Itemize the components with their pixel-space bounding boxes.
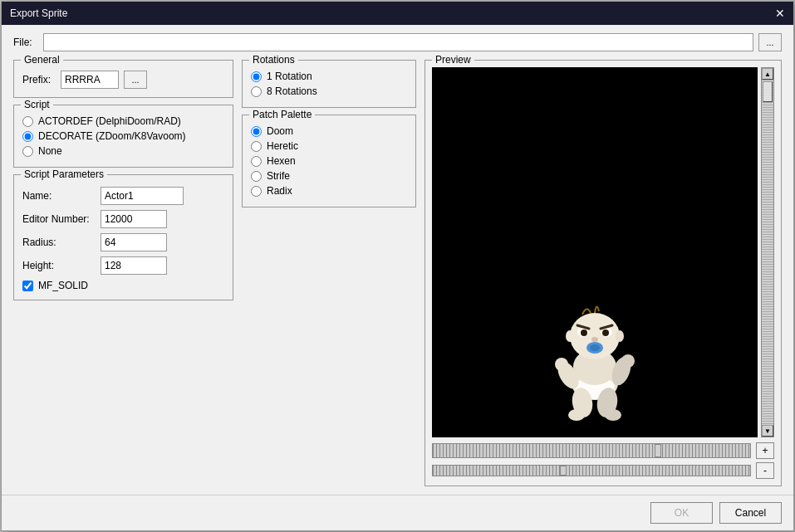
scroll-track-v [762, 80, 773, 425]
title-bar: Export Sprite ✕ [2, 2, 793, 25]
rotation-option-0: 1 Rotation [251, 71, 407, 82]
svg-point-4 [568, 409, 585, 421]
prefix-input[interactable] [61, 71, 119, 89]
svg-point-5 [605, 409, 621, 421]
palette-option-3: Strife [251, 170, 407, 182]
height-input[interactable] [101, 256, 167, 275]
preview-controls: + - [432, 442, 774, 479]
svg-point-9 [555, 358, 568, 371]
rotation-label-0[interactable]: 1 Rotation [267, 71, 312, 82]
name-row: Name: [22, 187, 224, 205]
script-params-title: Script Parameters [21, 168, 107, 180]
script-option-1: DECORATE (ZDoom/K8Vavoom) [22, 130, 224, 142]
ok-button[interactable]: OK [650, 502, 713, 524]
mf-solid-label[interactable]: MF_SOLID [38, 280, 88, 291]
dialog-title: Export Sprite [10, 7, 67, 19]
palette-label-2[interactable]: Hexen [267, 155, 296, 167]
palette-label-3[interactable]: Strife [267, 170, 290, 182]
name-input[interactable] [101, 187, 184, 205]
script-label-1[interactable]: DECORATE (ZDoom/K8Vavoom) [38, 130, 186, 142]
name-label: Name: [22, 190, 97, 202]
prefix-browse-button[interactable]: ... [124, 71, 147, 89]
scroll-thumb-v[interactable] [763, 81, 773, 102]
radius-input[interactable] [101, 233, 167, 251]
svg-point-16 [602, 329, 609, 336]
dialog-footer: OK Cancel [2, 495, 793, 530]
rotations-group: Rotations 1 Rotation 8 Rotations [242, 60, 416, 108]
file-row: File: ... [13, 33, 782, 51]
script-label-0[interactable]: ACTORDEF (DelphiDoom/RAD) [38, 115, 181, 127]
slider-row-2: - [432, 462, 774, 479]
palette-label-1[interactable]: Heretic [267, 140, 298, 152]
height-row: Height: [22, 256, 224, 275]
rotation-radio-1[interactable] [251, 86, 262, 97]
palette-radio-2[interactable] [251, 156, 262, 167]
close-button[interactable]: ✕ [775, 7, 785, 19]
preview-title: Preview [432, 54, 474, 66]
cancel-button[interactable]: Cancel [719, 502, 782, 524]
plus-minus-1: + [756, 442, 774, 459]
patch-palette-title: Patch Palette [249, 109, 315, 120]
mf-solid-row: MF_SOLID [22, 280, 224, 291]
palette-radio-0[interactable] [251, 126, 262, 137]
general-group: General Prefix: ... [13, 60, 233, 98]
script-params-group: Script Parameters Name: Editor Number: R… [13, 174, 233, 300]
right-column: Preview [424, 60, 782, 486]
svg-point-10 [621, 354, 635, 368]
palette-radio-1[interactable] [251, 141, 262, 152]
slider-thumb-1[interactable] [655, 444, 661, 457]
file-label: File: [13, 37, 38, 48]
export-sprite-dialog: Export Sprite ✕ File: ... General Prefix… [1, 1, 794, 531]
radius-row: Radius: [22, 233, 224, 251]
svg-point-19 [591, 337, 598, 342]
script-option-2: None [22, 145, 224, 157]
rotation-option-1: 8 Rotations [251, 85, 407, 97]
palette-label-0[interactable]: Doom [267, 125, 293, 137]
svg-point-23 [616, 330, 624, 342]
palette-radio-4[interactable] [251, 186, 262, 197]
script-title: Script [21, 99, 53, 110]
prefix-row: Prefix: ... [22, 71, 224, 89]
scroll-down-button[interactable]: ▼ [762, 425, 773, 437]
mf-solid-checkbox[interactable] [22, 281, 33, 291]
height-label: Height: [22, 260, 97, 271]
script-radio-1[interactable] [22, 131, 33, 142]
plus-minus-2: - [756, 462, 774, 479]
middle-column: Rotations 1 Rotation 8 Rotations Patch P… [242, 60, 416, 486]
editor-number-input[interactable] [101, 210, 167, 228]
scroll-up-button[interactable]: ▲ [762, 68, 773, 80]
minus-button-2[interactable]: - [756, 462, 774, 479]
rotation-radio-0[interactable] [251, 71, 262, 82]
plus-button-1[interactable]: + [756, 442, 774, 459]
palette-option-1: Heretic [251, 140, 407, 152]
main-row: General Prefix: ... Script ACTORDEF (Del… [13, 60, 782, 486]
palette-radio-3[interactable] [251, 171, 262, 182]
preview-inner: ▲ ▼ [432, 67, 774, 437]
general-title: General [21, 54, 63, 66]
script-radio-2[interactable] [22, 146, 33, 157]
svg-point-21 [590, 344, 600, 351]
rotation-label-1[interactable]: 8 Rotations [267, 85, 317, 97]
script-group: Script ACTORDEF (DelphiDoom/RAD) DECORAT… [13, 105, 233, 168]
palette-option-0: Doom [251, 125, 407, 137]
file-input[interactable] [43, 33, 753, 51]
editor-number-row: Editor Number: [22, 210, 224, 228]
slider-track-2[interactable] [432, 465, 751, 476]
patch-palette-group: Patch Palette Doom Heretic Hexen [242, 115, 416, 207]
dialog-content: File: ... General Prefix: ... [2, 25, 793, 495]
preview-scrollbar-v[interactable]: ▲ ▼ [761, 67, 774, 437]
left-column: General Prefix: ... Script ACTORDEF (Del… [13, 60, 233, 486]
script-radio-0[interactable] [22, 116, 33, 127]
slider-thumb-2[interactable] [560, 466, 567, 476]
svg-point-22 [566, 330, 574, 342]
preview-group: Preview [424, 60, 782, 486]
slider-row-1: + [432, 442, 774, 459]
baby-sprite [545, 255, 645, 421]
script-label-2[interactable]: None [38, 145, 62, 157]
script-option-0: ACTORDEF (DelphiDoom/RAD) [22, 115, 224, 127]
preview-canvas [432, 67, 758, 437]
slider-track-1[interactable] [432, 443, 751, 458]
file-browse-button[interactable]: ... [758, 33, 782, 51]
palette-label-4[interactable]: Radix [267, 185, 292, 197]
svg-point-15 [581, 329, 587, 336]
